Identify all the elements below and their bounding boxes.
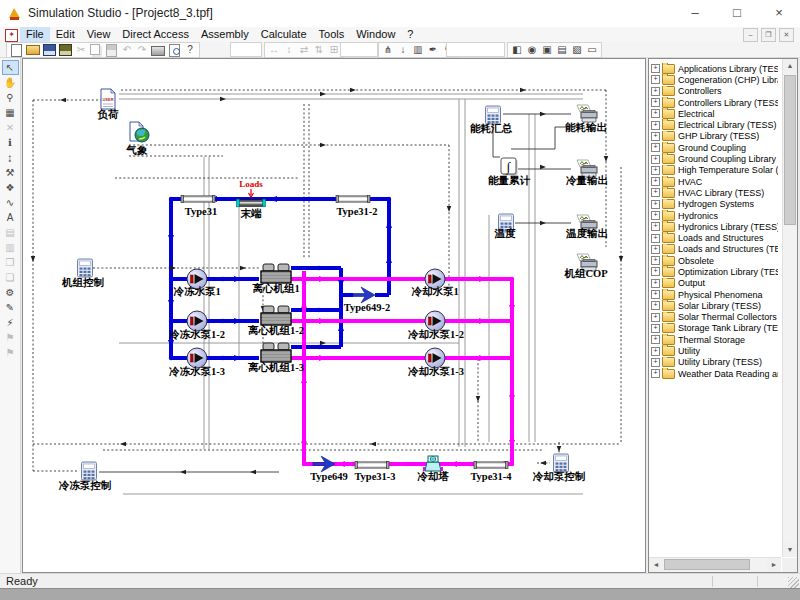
menu-edit[interactable]: Edit — [50, 27, 81, 42]
hierarchy-view-button[interactable]: ⋔ — [381, 44, 395, 56]
library-item[interactable]: +Cogeneration (CHP) Library (TESS) — [650, 74, 778, 85]
copy-button[interactable] — [90, 44, 100, 55]
report-view-button[interactable]: ▤ — [555, 44, 569, 56]
expand-icon[interactable]: + — [651, 121, 660, 130]
component-type31-4[interactable] — [474, 461, 508, 468]
open-file-button[interactable] — [26, 45, 40, 55]
expand-icon[interactable]: + — [651, 155, 660, 164]
expand-icon[interactable]: + — [651, 313, 660, 322]
child-restore-button[interactable]: ❐ — [761, 28, 776, 42]
expand-icon[interactable]: + — [651, 211, 660, 220]
expand-icon[interactable]: + — [651, 87, 660, 96]
expand-icon[interactable]: + — [651, 369, 660, 378]
component-cw-pump-2[interactable] — [425, 311, 445, 331]
library-horizontal-scrollbar[interactable]: ◄ ► — [649, 557, 781, 572]
menu-calculate[interactable]: Calculate — [255, 27, 313, 42]
library-item[interactable]: +Loads and Structures (TESS) — [650, 244, 778, 255]
document-icon[interactable]: ✦ — [5, 29, 18, 42]
expand-icon[interactable]: + — [651, 290, 660, 299]
menu-direct-access[interactable]: Direct Access — [116, 27, 195, 42]
scroll-up-arrow[interactable]: ▲ — [783, 59, 797, 73]
expand-icon[interactable]: + — [651, 301, 660, 310]
library-item[interactable]: +Hydronics — [650, 210, 778, 221]
library-item[interactable]: +Loads and Structures — [650, 232, 778, 243]
library-item[interactable]: +Optimization Library (TESS) — [650, 266, 778, 277]
layers-tool[interactable]: ❐ — [2, 255, 19, 270]
close-button[interactable]: × — [758, 0, 800, 27]
component-chw-pump-2[interactable] — [187, 311, 207, 331]
save-all-button[interactable] — [59, 44, 72, 56]
proforma-view-button[interactable]: ◧ — [510, 44, 524, 56]
resize-grip[interactable] — [788, 577, 799, 588]
link-tool[interactable]: ❖ — [2, 180, 19, 195]
library-item[interactable]: +Thermal Storage — [650, 334, 778, 345]
library-item[interactable]: +GHP Library (TESS) — [650, 131, 778, 142]
library-item[interactable]: +Electrical — [650, 108, 778, 119]
run-tool[interactable]: ⚡ — [2, 315, 19, 330]
watch-button[interactable]: ◉ — [525, 44, 539, 56]
delete-tool[interactable]: ✕ — [2, 120, 19, 135]
library-item[interactable]: +Hydrogen Systems — [650, 199, 778, 210]
settings-tool[interactable]: ⚙ — [2, 285, 19, 300]
expand-icon[interactable]: + — [651, 358, 660, 367]
library-item[interactable]: +Obsolete — [650, 255, 778, 266]
select-tool[interactable]: ↖ — [2, 60, 19, 75]
component-weather[interactable] — [130, 122, 149, 142]
expand-icon[interactable]: + — [651, 335, 660, 344]
expand-icon[interactable]: + — [651, 109, 660, 118]
expand-icon[interactable]: + — [651, 98, 660, 107]
library-item[interactable]: +Controllers — [650, 86, 778, 97]
component-chiller-1[interactable] — [261, 264, 291, 283]
component-chw-pump-ctrl[interactable] — [82, 462, 97, 480]
expand-icon[interactable]: + — [651, 347, 660, 356]
library-item[interactable]: +HVAC — [650, 176, 778, 187]
direct-access-tool[interactable]: ↨ — [2, 150, 19, 165]
vertical-scroll-thumb[interactable] — [784, 75, 796, 225]
expand-icon[interactable]: + — [651, 256, 660, 265]
probe-button[interactable]: ✒ — [426, 44, 440, 56]
expand-icon[interactable]: + — [651, 188, 660, 197]
component-chiller-3[interactable] — [261, 343, 291, 362]
expand-icon[interactable]: + — [651, 234, 660, 243]
expand-icon[interactable]: + — [651, 132, 660, 141]
help-button[interactable]: ? — [183, 44, 197, 56]
undo-button[interactable]: ↶ — [120, 44, 134, 56]
paste-button[interactable] — [106, 44, 117, 57]
expand-icon[interactable]: + — [651, 166, 660, 175]
expand-icon[interactable]: + — [651, 200, 660, 209]
component-cw-pump-ctrl[interactable] — [554, 454, 569, 472]
library-item[interactable]: +Physical Phenomena — [650, 289, 778, 300]
card-view-button[interactable]: ▭ — [585, 44, 599, 56]
expand-icon[interactable]: + — [651, 279, 660, 288]
library-item[interactable]: +Weather Data Reading and Process — [650, 368, 778, 379]
expand-icon[interactable]: + — [651, 267, 660, 276]
space-vertical-button[interactable]: ⇅ — [312, 44, 326, 56]
horizontal-scroll-thumb[interactable] — [664, 559, 750, 570]
child-minimize-button[interactable]: – — [743, 28, 758, 42]
cut-button[interactable]: ✂ — [74, 44, 88, 56]
library-view-button[interactable]: ▣ — [540, 44, 554, 56]
flag-tool-2[interactable]: ⚑ — [2, 345, 19, 360]
scroll-right-arrow[interactable]: ► — [767, 558, 781, 572]
export-view-button[interactable]: ▧ — [570, 44, 584, 56]
child-close-button[interactable]: ✕ — [779, 28, 794, 42]
component-unit-ctrl[interactable] — [78, 259, 93, 277]
menu-[interactable]: ? — [401, 27, 419, 42]
component-chw-pump-3[interactable] — [187, 348, 207, 368]
library-item[interactable]: +Ground Coupling — [650, 142, 778, 153]
align-vertical-button[interactable]: ↕ — [282, 44, 296, 56]
align-horizontal-button[interactable]: ↔ — [267, 44, 281, 56]
library-item[interactable]: +Utility Library (TESS) — [650, 357, 778, 368]
component-type649-2[interactable] — [353, 287, 375, 303]
component-energy-out[interactable] — [577, 105, 597, 122]
expand-icon[interactable]: + — [651, 324, 660, 333]
text-tool[interactable]: A — [2, 210, 19, 225]
print-preview-button[interactable] — [169, 44, 180, 57]
assembly-canvas[interactable]: USER∫ 负荷气象Type31末端Type31-2冷冻水泵1冷冻水泵1-2冷冻… — [22, 58, 646, 573]
component-terminal[interactable] — [237, 199, 266, 207]
library-item[interactable]: +Solar Thermal Collectors — [650, 312, 778, 323]
flag-tool-1[interactable]: ⚑ — [2, 330, 19, 345]
expand-icon[interactable]: + — [651, 177, 660, 186]
library-item[interactable]: +Electrical Library (TESS) — [650, 119, 778, 130]
align-grid-button[interactable]: ⊞ — [327, 44, 341, 56]
